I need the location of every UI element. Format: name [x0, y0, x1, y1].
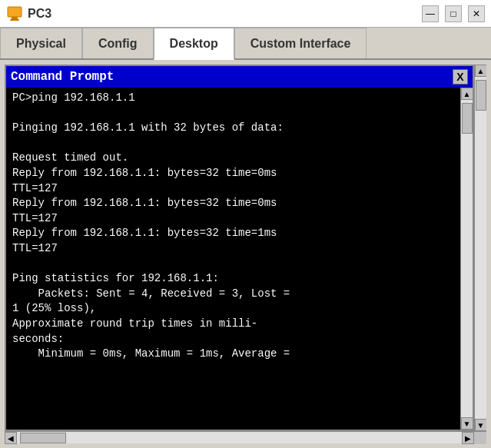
cmd-titlebar: Command Prompt X — [6, 66, 473, 88]
scroll-left-arrow[interactable]: ◀ — [5, 432, 17, 444]
minimize-button[interactable]: — — [422, 5, 439, 22]
tab-bar: Physical Config Desktop Custom Interface — [0, 28, 491, 60]
cmd-title-text: Command Prompt — [11, 70, 114, 84]
content-area: Command Prompt X PC>ping 192.168.1.1 Pin… — [0, 60, 491, 448]
outer-scroll-thumb[interactable] — [476, 80, 486, 111]
pc-icon — [6, 5, 23, 22]
tab-physical[interactable]: Physical — [0, 28, 82, 58]
title-bar: PC3 — □ ✕ — [0, 0, 491, 28]
horizontal-scroll-track[interactable] — [17, 432, 462, 443]
tab-desktop[interactable]: Desktop — [154, 28, 234, 60]
tab-custom-interface[interactable]: Custom Interface — [234, 28, 367, 58]
svg-rect-2 — [10, 19, 19, 21]
outer-scroll-up[interactable]: ▲ — [475, 65, 487, 77]
cmd-close-button[interactable]: X — [453, 69, 468, 85]
cmd-scrollbar[interactable]: ▲ ▼ — [460, 88, 473, 430]
outer-scroll-track[interactable] — [475, 77, 486, 419]
scroll-right-arrow[interactable]: ▶ — [462, 432, 474, 444]
svg-rect-0 — [8, 7, 22, 17]
scroll-down-arrow[interactable]: ▼ — [461, 417, 473, 430]
svg-rect-1 — [12, 17, 18, 19]
close-window-button[interactable]: ✕ — [468, 5, 485, 22]
horizontal-scroll-thumb[interactable] — [20, 433, 66, 443]
scroll-track[interactable] — [461, 100, 473, 417]
outer-scrollbar[interactable]: ▲ ▼ — [474, 65, 486, 431]
scroll-thumb[interactable] — [462, 103, 473, 134]
command-prompt-window: Command Prompt X PC>ping 192.168.1.1 Pin… — [5, 65, 474, 431]
window-title: PC3 — [28, 7, 51, 21]
maximize-button[interactable]: □ — [445, 5, 462, 22]
tab-config[interactable]: Config — [82, 28, 154, 58]
cmd-output[interactable]: PC>ping 192.168.1.1 Pinging 192.168.1.1 … — [6, 88, 460, 430]
outer-scroll-down[interactable]: ▼ — [475, 419, 487, 431]
scroll-up-arrow[interactable]: ▲ — [461, 88, 473, 100]
